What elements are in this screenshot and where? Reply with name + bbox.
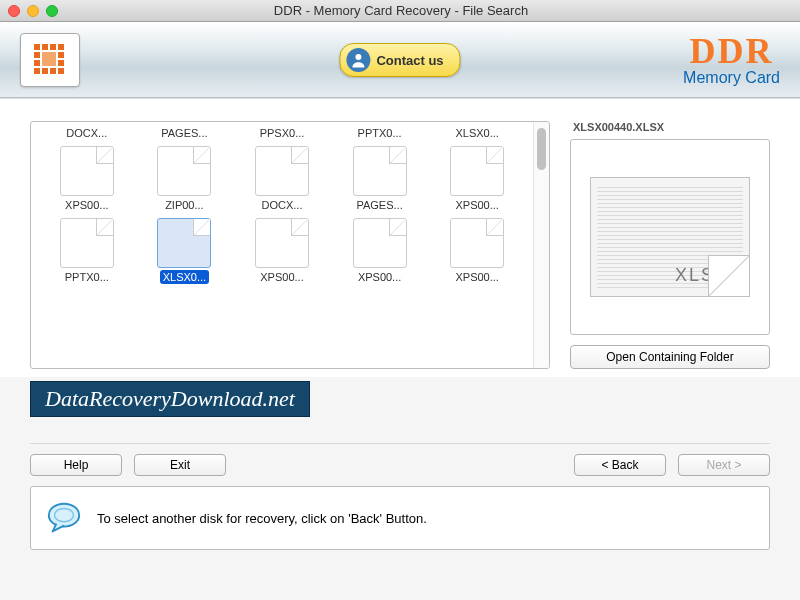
contact-avatar-icon (346, 48, 370, 72)
button-row: Help Exit < Back Next > (0, 454, 800, 476)
svg-rect-8 (34, 68, 40, 74)
file-label: XLSX0... (160, 270, 209, 284)
scroll-thumb[interactable] (537, 128, 546, 170)
file-icon (353, 146, 407, 196)
file-label: ZIP00... (162, 198, 207, 212)
preview-lines-decoration (597, 184, 743, 290)
file-label: XPS00... (257, 270, 306, 284)
file-icon (255, 218, 309, 268)
file-item[interactable]: XPS00... (236, 216, 328, 286)
brand: DDR Memory Card (683, 33, 780, 87)
file-icon (450, 218, 504, 268)
file-label: PAGES... (353, 198, 405, 212)
file-item[interactable]: PAGES... (334, 144, 426, 214)
brand-title: DDR (683, 33, 780, 69)
file-item[interactable]: XLSX0... (431, 124, 523, 142)
file-browser: DOCX...PAGES...PPSX0...PPTX0...XLSX0...X… (30, 121, 550, 369)
traffic-lights (8, 5, 58, 17)
svg-rect-2 (50, 44, 56, 50)
titlebar: DDR - Memory Card Recovery - File Search (0, 0, 800, 22)
svg-rect-6 (34, 60, 40, 66)
file-item[interactable]: DOCX... (41, 124, 133, 142)
file-label: DOCX... (63, 126, 110, 140)
file-item[interactable]: DOCX... (236, 144, 328, 214)
preview-box: XLSX (570, 139, 770, 335)
svg-rect-7 (58, 60, 64, 66)
file-label: PPTX0... (62, 270, 112, 284)
file-label: DOCX... (259, 198, 306, 212)
open-containing-folder-button[interactable]: Open Containing Folder (570, 345, 770, 369)
divider (30, 443, 770, 444)
svg-rect-3 (58, 44, 64, 50)
file-label: XPS00... (62, 198, 111, 212)
svg-rect-0 (34, 44, 40, 50)
file-item[interactable]: PPTX0... (334, 124, 426, 142)
file-icon (157, 218, 211, 268)
help-button[interactable]: Help (30, 454, 122, 476)
svg-point-13 (355, 54, 361, 60)
svg-point-14 (49, 504, 79, 527)
file-item[interactable]: XPS00... (41, 144, 133, 214)
svg-rect-11 (58, 68, 64, 74)
back-button[interactable]: < Back (574, 454, 666, 476)
next-button: Next > (678, 454, 770, 476)
file-icon (60, 218, 114, 268)
file-label: XLSX0... (452, 126, 501, 140)
minimize-icon[interactable] (27, 5, 39, 17)
file-item[interactable]: PPSX0... (236, 124, 328, 142)
file-label: PAGES... (158, 126, 210, 140)
svg-rect-1 (42, 44, 48, 50)
file-item[interactable]: PAGES... (139, 124, 231, 142)
file-label: XPS00... (355, 270, 404, 284)
contact-us-button[interactable]: Contact us (339, 43, 460, 77)
file-item[interactable]: ZIP00... (139, 144, 231, 214)
file-item[interactable]: XPS00... (431, 216, 523, 286)
file-label: XPS00... (452, 270, 501, 284)
preview-thumbnail: XLSX (590, 177, 750, 297)
scrollbar[interactable] (533, 122, 549, 368)
app-logo (20, 33, 80, 87)
file-item[interactable]: XPS00... (431, 144, 523, 214)
file-icon (60, 146, 114, 196)
file-icon (157, 146, 211, 196)
file-grid: DOCX...PAGES...PPSX0...PPTX0...XLSX0...X… (31, 122, 533, 368)
file-label: XPS00... (452, 198, 501, 212)
brand-subtitle: Memory Card (683, 69, 780, 87)
app-header: Contact us DDR Memory Card (0, 22, 800, 98)
svg-rect-12 (42, 52, 56, 66)
hint-panel: To select another disk for recovery, cli… (30, 486, 770, 550)
preview-filename: XLSX00440.XLSX (570, 121, 770, 133)
website-banner: DataRecoveryDownload.net (30, 381, 310, 417)
file-label: PPSX0... (257, 126, 308, 140)
main-content: DOCX...PAGES...PPSX0...PPTX0...XLSX0...X… (0, 98, 800, 377)
svg-rect-4 (34, 52, 40, 58)
file-icon (255, 146, 309, 196)
hint-text: To select another disk for recovery, cli… (97, 511, 427, 526)
exit-button[interactable]: Exit (134, 454, 226, 476)
preview-panel: XLSX00440.XLSX XLSX Open Containing Fold… (570, 121, 770, 369)
file-item[interactable]: PPTX0... (41, 216, 133, 286)
svg-rect-9 (42, 68, 48, 74)
file-icon (450, 146, 504, 196)
svg-rect-5 (58, 52, 64, 58)
logo-icon (30, 40, 70, 80)
zoom-icon[interactable] (46, 5, 58, 17)
speech-bubble-icon (45, 499, 83, 537)
file-item[interactable]: XPS00... (334, 216, 426, 286)
file-icon (353, 218, 407, 268)
preview-extension: XLSX (675, 265, 729, 286)
contact-us-label: Contact us (376, 53, 443, 68)
close-icon[interactable] (8, 5, 20, 17)
file-label: PPTX0... (355, 126, 405, 140)
window-title: DDR - Memory Card Recovery - File Search (58, 3, 744, 18)
svg-rect-10 (50, 68, 56, 74)
file-item[interactable]: XLSX0... (139, 216, 231, 286)
